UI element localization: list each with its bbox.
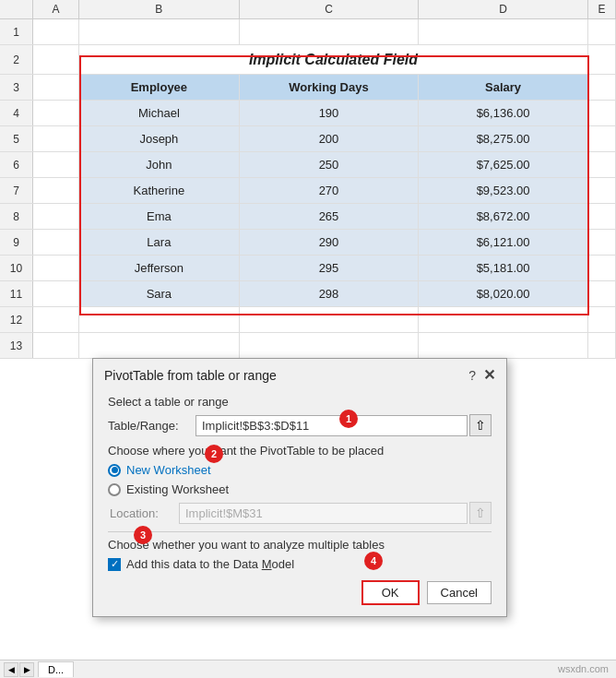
cell-d3-salary: Salary bbox=[419, 75, 588, 100]
sheet-nav-left[interactable]: ◀ bbox=[4, 662, 18, 677]
add-data-model-row[interactable]: ✓ Add this data to the Data Model bbox=[108, 557, 492, 571]
row-9: 9 Lara 290 $6,121.00 bbox=[0, 230, 616, 256]
row-3-header: 3 Employee Working Days Salary bbox=[0, 75, 616, 101]
row-10: 10 Jefferson 295 $5,181.00 bbox=[0, 256, 616, 281]
row-13: 13 bbox=[0, 333, 616, 359]
divider bbox=[108, 531, 492, 532]
sheet-tab-d[interactable]: D... bbox=[38, 661, 74, 677]
cell-c6: 250 bbox=[240, 152, 419, 177]
row-8: 8 Ema 265 $8,672.00 bbox=[0, 204, 616, 230]
add-data-model-checkbox[interactable]: ✓ bbox=[108, 558, 121, 571]
badge-3: 3 bbox=[134, 526, 152, 544]
table-range-row: Table/Range: ⇧ bbox=[108, 414, 492, 436]
cell-c11: 298 bbox=[240, 281, 419, 306]
row-num-2: 2 bbox=[0, 45, 33, 74]
row-6: 6 John 250 $7,625.00 bbox=[0, 152, 616, 178]
row-4: 4 Michael 190 $6,136.00 bbox=[0, 101, 616, 126]
table-range-input[interactable] bbox=[195, 415, 468, 436]
close-icon[interactable]: ✕ bbox=[483, 366, 495, 384]
ok-button[interactable]: OK bbox=[361, 580, 420, 605]
row-num-1: 1 bbox=[0, 19, 33, 44]
row-num-7: 7 bbox=[0, 178, 33, 203]
radio-existing-label: Existing Worksheet bbox=[126, 482, 229, 496]
cell-b4: Michael bbox=[79, 101, 240, 125]
badge-2: 2 bbox=[205, 445, 223, 463]
sheet-tab-bar: ◀ ▶ D... bbox=[0, 660, 616, 678]
radio-existing-worksheet[interactable]: Existing Worksheet bbox=[108, 482, 492, 496]
cell-b1 bbox=[79, 19, 240, 44]
location-input[interactable] bbox=[179, 503, 468, 524]
cancel-button[interactable]: Cancel bbox=[427, 581, 492, 604]
cell-b8: Ema bbox=[79, 204, 240, 229]
col-header-d: D bbox=[419, 0, 588, 18]
row-2-title: 2 Implicit Calculated Field bbox=[0, 45, 616, 75]
section1-label: Select a table or range bbox=[108, 395, 492, 409]
dialog-body: Select a table or range Table/Range: ⇧ C… bbox=[93, 387, 506, 616]
cell-c4: 190 bbox=[240, 101, 419, 125]
cell-d1 bbox=[419, 19, 588, 44]
row-num-11: 11 bbox=[0, 281, 33, 306]
cell-d5: $8,275.00 bbox=[419, 126, 588, 151]
cell-c7: 270 bbox=[240, 178, 419, 203]
row-num-6: 6 bbox=[0, 152, 33, 177]
cell-d11: $8,020.00 bbox=[419, 281, 588, 306]
add-data-model-label: Add this data to the Data Model bbox=[126, 557, 294, 571]
cell-c9: 290 bbox=[240, 230, 419, 255]
cell-d7: $9,523.00 bbox=[419, 178, 588, 203]
row-num-8: 8 bbox=[0, 204, 33, 229]
cell-c3-working-days: Working Days bbox=[240, 75, 419, 100]
placement-radio-group: New Worksheet Existing Worksheet bbox=[108, 463, 492, 496]
cell-e1 bbox=[588, 19, 616, 44]
cell-b9: Lara bbox=[79, 230, 240, 255]
cell-d8: $8,672.00 bbox=[419, 204, 588, 229]
cell-d9: $6,121.00 bbox=[419, 230, 588, 255]
badge-1: 1 bbox=[339, 410, 358, 428]
dialog-buttons: OK Cancel bbox=[108, 580, 492, 605]
dialog-title: PivotTable from table or range bbox=[104, 368, 277, 383]
cell-c10: 295 bbox=[240, 256, 419, 280]
pivot-table-dialog[interactable]: PivotTable from table or range ? ✕ Selec… bbox=[92, 358, 507, 617]
col-header-a: A bbox=[33, 0, 79, 18]
table-range-label: Table/Range: bbox=[108, 419, 195, 433]
location-row: Location: ⇧ bbox=[110, 502, 492, 524]
row-1: 1 bbox=[0, 19, 616, 45]
location-collapse-icon[interactable]: ⇧ bbox=[469, 502, 492, 524]
cell-b11: Sara bbox=[79, 281, 240, 306]
sheet-nav-arrows: ◀ ▶ bbox=[0, 662, 34, 677]
cell-a2 bbox=[33, 45, 79, 74]
cell-d6: $7,625.00 bbox=[419, 152, 588, 177]
table-range-collapse-icon[interactable]: ⇧ bbox=[469, 414, 492, 436]
col-header-c: C bbox=[240, 0, 419, 18]
radio-existing-icon bbox=[108, 483, 121, 496]
cell-e3 bbox=[588, 75, 616, 100]
col-header-e: E bbox=[588, 0, 616, 18]
cell-b3-employee: Employee bbox=[79, 75, 240, 100]
dialog-titlebar: PivotTable from table or range ? ✕ bbox=[93, 359, 506, 387]
row-num-3: 3 bbox=[0, 75, 33, 100]
spreadsheet: A B C D E 1 2 Implicit Calculated Field … bbox=[0, 0, 616, 359]
cell-d4: $6,136.00 bbox=[419, 101, 588, 125]
section2-label: Choose where you want the PivotTable to … bbox=[108, 444, 492, 458]
row-num-9: 9 bbox=[0, 230, 33, 255]
watermark: wsxdn.com bbox=[558, 663, 609, 674]
column-headers: A B C D E bbox=[0, 0, 616, 19]
cell-c5: 200 bbox=[240, 126, 419, 151]
row-11: 11 Sara 298 $8,020.00 bbox=[0, 281, 616, 307]
sheet-nav-right[interactable]: ▶ bbox=[19, 662, 34, 677]
help-icon[interactable]: ? bbox=[468, 368, 476, 383]
cell-b10-jefferson: Jefferson bbox=[79, 256, 240, 280]
cell-b5: Joseph bbox=[79, 126, 240, 151]
dialog-controls: ? ✕ bbox=[468, 366, 495, 384]
row-num-5: 5 bbox=[0, 126, 33, 151]
radio-new-icon bbox=[108, 464, 121, 477]
checkmark-icon: ✓ bbox=[111, 559, 119, 569]
title-cell: Implicit Calculated Field bbox=[79, 45, 588, 74]
cell-a1 bbox=[33, 19, 79, 44]
radio-new-worksheet[interactable]: New Worksheet bbox=[108, 463, 492, 477]
radio-new-label: New Worksheet bbox=[126, 463, 211, 477]
badge-4: 4 bbox=[364, 552, 383, 570]
row-num-4: 4 bbox=[0, 101, 33, 125]
corner-cell bbox=[0, 0, 33, 18]
cell-c8: 265 bbox=[240, 204, 419, 229]
row-7: 7 Katherine 270 $9,523.00 bbox=[0, 178, 616, 204]
